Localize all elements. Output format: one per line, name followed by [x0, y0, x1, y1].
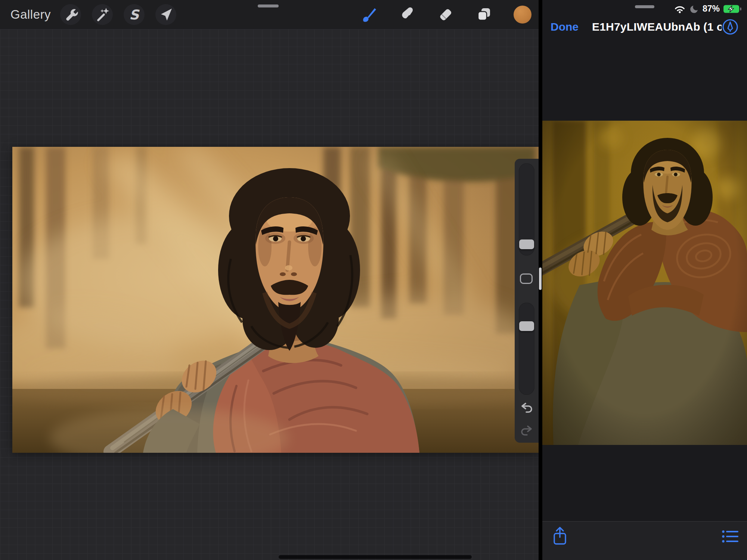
brush-sidebar	[515, 159, 539, 443]
magic-wand-icon	[93, 6, 111, 24]
status-bar: 87%	[673, 4, 743, 14]
undo-arrow-icon	[520, 401, 534, 415]
adjustments-button[interactable]	[92, 4, 113, 25]
painting-canvas[interactable]	[12, 147, 539, 453]
modify-button[interactable]	[520, 273, 533, 284]
photo-header: Done E1H7yLIWEAUbnAb (1 of 500)	[542, 16, 747, 37]
procreate-app: Gallery S	[0, 0, 539, 560]
markup-pen-circle-icon	[722, 18, 739, 35]
photo-bottom-toolbar	[542, 521, 747, 560]
photo-title: E1H7yLIWEAUbnAb (1 of 500)	[592, 21, 722, 33]
actions-button[interactable]	[60, 4, 81, 25]
reference-photo-image	[542, 121, 747, 445]
share-icon	[551, 526, 569, 547]
battery-percent: 87%	[703, 4, 720, 14]
brush-opacity-handle[interactable]	[519, 321, 534, 331]
smudge-finger-icon	[398, 6, 416, 24]
battery-charging-icon	[723, 4, 743, 13]
markup-button[interactable]	[722, 18, 739, 35]
split-view-divider-handle[interactable]	[539, 267, 542, 290]
eraser-icon	[437, 6, 455, 24]
ipad-screen: Gallery S	[0, 0, 747, 560]
redo-arrow-icon	[520, 424, 534, 438]
brush-size-handle[interactable]	[519, 239, 534, 249]
undo-button[interactable]	[520, 401, 534, 415]
layers-button[interactable]	[475, 6, 493, 24]
reference-photo[interactable]	[542, 121, 747, 445]
done-button[interactable]: Done	[551, 21, 579, 33]
transform-arrow-icon	[157, 6, 175, 24]
share-button[interactable]	[551, 526, 569, 547]
svg-text:S: S	[129, 7, 140, 22]
transform-button[interactable]	[155, 4, 176, 25]
paint-brush-icon	[360, 6, 378, 24]
wrench-icon	[62, 6, 80, 24]
smudge-tool-button[interactable]	[398, 6, 416, 24]
focus-moon-icon	[689, 4, 699, 14]
brush-tool-button[interactable]	[360, 6, 378, 24]
selection-button[interactable]: S	[124, 4, 145, 25]
brush-opacity-slider[interactable]	[519, 303, 534, 395]
home-indicator[interactable]	[279, 555, 472, 559]
color-swatch-button[interactable]	[514, 6, 531, 24]
list-view-button[interactable]	[722, 529, 739, 544]
right-app-grabber[interactable]	[635, 5, 654, 8]
wifi-icon	[673, 4, 686, 14]
selection-s-icon: S	[125, 6, 143, 24]
left-app-grabber[interactable]	[258, 4, 279, 7]
eraser-tool-button[interactable]	[437, 6, 455, 24]
redo-button[interactable]	[520, 424, 534, 438]
painting-artwork	[12, 147, 539, 453]
active-color-swatch	[514, 6, 531, 24]
photo-viewer-app: 87% Done E1H7yLIWEAUbnAb (1 of 500)	[542, 0, 747, 560]
layers-icon	[475, 6, 493, 24]
list-icon	[722, 529, 739, 544]
gallery-button[interactable]: Gallery	[10, 7, 51, 22]
